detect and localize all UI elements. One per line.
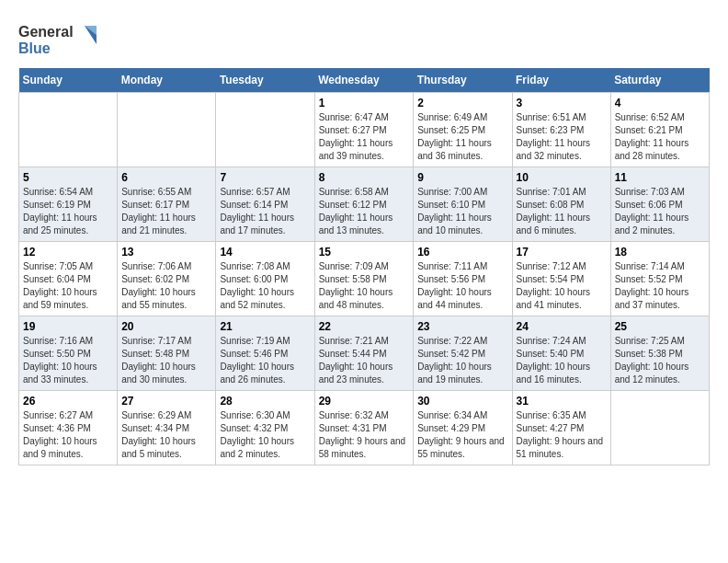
day-info: Sunrise: 7:09 AMSunset: 5:58 PMDaylight:… [319, 260, 410, 312]
day-number: 13 [121, 246, 211, 259]
calendar-cell: 18Sunrise: 7:14 AMSunset: 5:52 PMDayligh… [610, 242, 709, 316]
day-info: Sunrise: 7:11 AMSunset: 5:56 PMDaylight:… [417, 260, 507, 312]
day-info: Sunrise: 7:19 AMSunset: 5:46 PMDaylight:… [220, 335, 310, 386]
day-number: 21 [220, 320, 310, 333]
day-number: 14 [220, 246, 310, 259]
day-info: Sunrise: 6:29 AMSunset: 4:34 PMDaylight:… [121, 409, 211, 461]
calendar-cell: 19Sunrise: 7:16 AMSunset: 5:50 PMDayligh… [19, 316, 118, 391]
column-header-tuesday: Tuesday [216, 68, 314, 93]
calendar-cell: 16Sunrise: 7:11 AMSunset: 5:56 PMDayligh… [414, 242, 512, 316]
day-info: Sunrise: 6:55 AMSunset: 6:17 PMDaylight:… [121, 186, 211, 237]
day-info: Sunrise: 6:51 AMSunset: 6:23 PMDaylight:… [517, 111, 607, 163]
calendar-cell: 13Sunrise: 7:06 AMSunset: 6:02 PMDayligh… [118, 242, 216, 316]
day-number: 8 [319, 171, 410, 184]
calendar-table: SundayMondayTuesdayWednesdayThursdayFrid… [18, 68, 710, 465]
day-info: Sunrise: 7:00 AMSunset: 6:10 PMDaylight:… [417, 186, 507, 237]
column-header-monday: Monday [118, 68, 216, 93]
day-info: Sunrise: 6:54 AMSunset: 6:19 PMDaylight:… [23, 186, 113, 237]
calendar-cell: 4Sunrise: 6:52 AMSunset: 6:21 PMDaylight… [610, 93, 709, 167]
day-info: Sunrise: 6:47 AMSunset: 6:27 PMDaylight:… [319, 111, 410, 163]
day-number: 30 [417, 395, 507, 408]
calendar-cell: 6Sunrise: 6:55 AMSunset: 6:17 PMDaylight… [118, 167, 216, 242]
day-info: Sunrise: 7:22 AMSunset: 5:42 PMDaylight:… [417, 335, 507, 386]
calendar-cell: 31Sunrise: 6:35 AMSunset: 4:27 PMDayligh… [512, 391, 610, 465]
calendar-cell: 15Sunrise: 7:09 AMSunset: 5:58 PMDayligh… [314, 242, 414, 316]
calendar-cell: 5Sunrise: 6:54 AMSunset: 6:19 PMDaylight… [19, 167, 118, 242]
day-info: Sunrise: 7:12 AMSunset: 5:54 PMDaylight:… [517, 260, 607, 312]
day-info: Sunrise: 6:52 AMSunset: 6:21 PMDaylight:… [615, 111, 705, 163]
day-number: 18 [615, 246, 705, 259]
calendar-cell: 12Sunrise: 7:05 AMSunset: 6:04 PMDayligh… [19, 242, 118, 316]
calendar-cell: 20Sunrise: 7:17 AMSunset: 5:48 PMDayligh… [118, 316, 216, 391]
day-number: 17 [517, 246, 607, 259]
calendar-header-row: SundayMondayTuesdayWednesdayThursdayFrid… [19, 68, 710, 93]
logo: General Blue [18, 18, 101, 59]
calendar-cell: 9Sunrise: 7:00 AMSunset: 6:10 PMDaylight… [414, 167, 512, 242]
calendar-cell: 21Sunrise: 7:19 AMSunset: 5:46 PMDayligh… [216, 316, 314, 391]
day-number: 27 [121, 395, 211, 408]
day-number: 19 [23, 320, 113, 333]
calendar-week-row: 26Sunrise: 6:27 AMSunset: 4:36 PMDayligh… [19, 391, 710, 465]
day-number: 5 [23, 171, 113, 184]
day-number: 15 [319, 246, 410, 259]
column-header-sunday: Sunday [19, 68, 118, 93]
calendar-cell [610, 391, 709, 465]
calendar-week-row: 5Sunrise: 6:54 AMSunset: 6:19 PMDaylight… [19, 167, 710, 242]
day-info: Sunrise: 7:21 AMSunset: 5:44 PMDaylight:… [319, 335, 410, 386]
day-info: Sunrise: 6:30 AMSunset: 4:32 PMDaylight:… [220, 409, 310, 461]
calendar-cell: 24Sunrise: 7:24 AMSunset: 5:40 PMDayligh… [512, 316, 610, 391]
column-header-saturday: Saturday [610, 68, 709, 93]
day-number: 28 [220, 395, 310, 408]
day-info: Sunrise: 6:57 AMSunset: 6:14 PMDaylight:… [220, 186, 310, 237]
day-info: Sunrise: 7:08 AMSunset: 6:00 PMDaylight:… [220, 260, 310, 312]
calendar-cell: 7Sunrise: 6:57 AMSunset: 6:14 PMDaylight… [216, 167, 314, 242]
day-info: Sunrise: 6:35 AMSunset: 4:27 PMDaylight:… [517, 409, 607, 461]
column-header-friday: Friday [512, 68, 610, 93]
day-number: 11 [615, 171, 705, 184]
column-header-wednesday: Wednesday [314, 68, 414, 93]
day-number: 3 [517, 97, 607, 109]
calendar-cell: 3Sunrise: 6:51 AMSunset: 6:23 PMDaylight… [512, 93, 610, 167]
day-info: Sunrise: 7:03 AMSunset: 6:06 PMDaylight:… [615, 186, 705, 237]
day-number: 16 [417, 246, 507, 259]
calendar-week-row: 12Sunrise: 7:05 AMSunset: 6:04 PMDayligh… [19, 242, 710, 316]
day-info: Sunrise: 6:27 AMSunset: 4:36 PMDaylight:… [23, 409, 113, 461]
calendar-cell: 23Sunrise: 7:22 AMSunset: 5:42 PMDayligh… [414, 316, 512, 391]
calendar-week-row: 1Sunrise: 6:47 AMSunset: 6:27 PMDaylight… [19, 93, 710, 167]
day-info: Sunrise: 6:58 AMSunset: 6:12 PMDaylight:… [319, 186, 410, 237]
day-number: 4 [615, 97, 705, 109]
logo-icon: General Blue [18, 18, 101, 59]
day-number: 1 [319, 97, 410, 109]
calendar-cell: 2Sunrise: 6:49 AMSunset: 6:25 PMDaylight… [414, 93, 512, 167]
day-info: Sunrise: 7:05 AMSunset: 6:04 PMDaylight:… [23, 260, 113, 312]
calendar-cell: 26Sunrise: 6:27 AMSunset: 4:36 PMDayligh… [19, 391, 118, 465]
calendar-cell: 25Sunrise: 7:25 AMSunset: 5:38 PMDayligh… [610, 316, 709, 391]
calendar-cell [19, 93, 118, 167]
svg-text:Blue: Blue [18, 40, 51, 56]
calendar-cell: 28Sunrise: 6:30 AMSunset: 4:32 PMDayligh… [216, 391, 314, 465]
day-number: 29 [319, 395, 410, 408]
day-number: 2 [417, 97, 507, 109]
calendar-cell: 29Sunrise: 6:32 AMSunset: 4:31 PMDayligh… [314, 391, 414, 465]
svg-text:General: General [18, 24, 74, 40]
calendar-cell: 1Sunrise: 6:47 AMSunset: 6:27 PMDaylight… [314, 93, 414, 167]
day-info: Sunrise: 7:24 AMSunset: 5:40 PMDaylight:… [517, 335, 607, 386]
day-info: Sunrise: 7:06 AMSunset: 6:02 PMDaylight:… [121, 260, 211, 312]
day-info: Sunrise: 7:01 AMSunset: 6:08 PMDaylight:… [517, 186, 607, 237]
day-info: Sunrise: 6:49 AMSunset: 6:25 PMDaylight:… [417, 111, 507, 163]
column-header-thursday: Thursday [414, 68, 512, 93]
calendar-cell [118, 93, 216, 167]
day-number: 23 [417, 320, 507, 333]
day-number: 10 [517, 171, 607, 184]
day-number: 7 [220, 171, 310, 184]
day-info: Sunrise: 6:32 AMSunset: 4:31 PMDaylight:… [319, 409, 410, 461]
calendar-cell: 27Sunrise: 6:29 AMSunset: 4:34 PMDayligh… [118, 391, 216, 465]
day-number: 12 [23, 246, 113, 259]
day-number: 24 [517, 320, 607, 333]
day-info: Sunrise: 6:34 AMSunset: 4:29 PMDaylight:… [417, 409, 507, 461]
day-number: 31 [517, 395, 607, 408]
calendar-cell [216, 93, 314, 167]
calendar-cell: 17Sunrise: 7:12 AMSunset: 5:54 PMDayligh… [512, 242, 610, 316]
calendar-cell: 10Sunrise: 7:01 AMSunset: 6:08 PMDayligh… [512, 167, 610, 242]
page-header: General Blue [18, 18, 710, 59]
